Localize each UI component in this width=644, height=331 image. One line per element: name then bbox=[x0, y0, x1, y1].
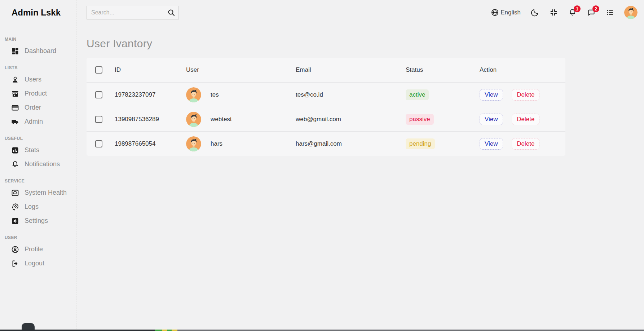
sidebar-item-label: Order bbox=[25, 104, 41, 111]
globe-icon bbox=[490, 8, 499, 17]
row-checkbox[interactable] bbox=[95, 91, 102, 98]
gear-box-icon bbox=[11, 217, 19, 225]
psychology-icon bbox=[11, 203, 19, 211]
status-badge: pending bbox=[406, 138, 435, 149]
row-avatar bbox=[186, 136, 201, 151]
column-header-user: User bbox=[186, 66, 296, 74]
row-username: hars bbox=[211, 140, 222, 147]
sidebar-item-system-health[interactable]: System Health bbox=[0, 186, 76, 200]
bar-chart-icon bbox=[11, 146, 19, 155]
cloud-box-icon bbox=[11, 189, 19, 197]
user-table: ID User Email Status Action 197823237097… bbox=[87, 58, 565, 156]
person-icon bbox=[11, 75, 19, 84]
sidebar-item-label: Dashboard bbox=[25, 47, 56, 55]
notification-count-badge: 1 bbox=[574, 5, 581, 12]
language-label: English bbox=[500, 9, 521, 16]
view-button[interactable]: View bbox=[480, 138, 503, 150]
content-area: User Ivantory ID User Email Status Actio… bbox=[76, 25, 644, 331]
row-username: webtest bbox=[211, 116, 232, 123]
view-button[interactable]: View bbox=[480, 114, 503, 125]
section-header-useful: USEFUL bbox=[5, 136, 76, 141]
row-email: web@gmail.com bbox=[296, 116, 406, 123]
section-header-main: MAIN bbox=[5, 37, 76, 42]
notifications-bell-icon[interactable]: 1 bbox=[568, 8, 577, 17]
status-badge: passive bbox=[406, 114, 434, 125]
sidebar-item-stats[interactable]: Stats bbox=[0, 143, 76, 157]
sidebar-item-notifications[interactable]: Notifications bbox=[0, 157, 76, 171]
topbar: English 1 2 bbox=[76, 0, 644, 25]
bell-icon bbox=[11, 160, 19, 169]
sidebar-item-dashboard[interactable]: Dashboard bbox=[0, 44, 76, 58]
table-row: 197823237097 tes tes@co.id active View D… bbox=[87, 82, 565, 107]
view-button[interactable]: View bbox=[480, 89, 503, 101]
column-header-id: ID bbox=[106, 66, 186, 74]
compress-icon[interactable] bbox=[549, 8, 558, 17]
sidebar-item-admin[interactable]: Admin bbox=[0, 115, 76, 129]
topbar-actions: English 1 2 bbox=[490, 6, 638, 19]
sidebar: Admin Lskk MAIN Dashboard LISTS Users bbox=[0, 0, 76, 331]
user-avatar[interactable] bbox=[624, 6, 638, 19]
row-avatar bbox=[186, 87, 201, 102]
search-icon[interactable] bbox=[167, 8, 176, 17]
section-header-user: USER bbox=[5, 235, 76, 240]
table-header-row: ID User Email Status Action bbox=[87, 58, 565, 82]
message-count-badge: 2 bbox=[592, 5, 599, 12]
sidebar-item-label: Profile bbox=[25, 246, 43, 253]
language-selector[interactable]: English bbox=[490, 8, 521, 17]
column-header-status: Status bbox=[406, 66, 480, 74]
row-username: tes bbox=[211, 91, 219, 98]
sidebar-item-profile[interactable]: Profile bbox=[0, 242, 76, 256]
section-header-service: SERVICE bbox=[5, 178, 76, 184]
table-row: 198987665054 hars hars@gmail.com pending… bbox=[87, 131, 565, 156]
sidebar-item-users[interactable]: Users bbox=[0, 72, 76, 87]
column-header-action: Action bbox=[480, 66, 565, 74]
app-window: Admin Lskk MAIN Dashboard LISTS Users bbox=[0, 0, 644, 331]
delete-button[interactable]: Delete bbox=[512, 114, 539, 125]
row-checkbox[interactable] bbox=[95, 140, 102, 147]
sidebar-item-label: Product bbox=[25, 90, 47, 97]
sidebar-item-label: System Health bbox=[25, 189, 67, 197]
search-box bbox=[87, 6, 179, 19]
page-title: User Ivantory bbox=[87, 37, 644, 50]
logout-icon bbox=[11, 259, 19, 268]
row-checkbox[interactable] bbox=[95, 116, 102, 123]
dashboard-icon bbox=[11, 47, 19, 56]
sidebar-item-label: Admin bbox=[25, 118, 43, 125]
search-input[interactable] bbox=[87, 6, 179, 19]
bottom-window-edge bbox=[0, 330, 644, 331]
sidebar-item-label: Stats bbox=[25, 146, 39, 154]
sidebar-item-label: Notifications bbox=[25, 160, 60, 168]
truck-icon bbox=[11, 118, 19, 126]
sidebar-item-label: Users bbox=[25, 76, 41, 83]
column-header-email: Email bbox=[296, 66, 406, 74]
sidebar-item-label: Logs bbox=[25, 203, 39, 211]
delete-button[interactable]: Delete bbox=[512, 89, 539, 101]
sidebar-item-product[interactable]: Product bbox=[0, 87, 76, 101]
sidebar-item-logout[interactable]: Logout bbox=[0, 256, 76, 270]
sidebar-item-label: Settings bbox=[25, 217, 48, 225]
delete-button[interactable]: Delete bbox=[512, 138, 539, 150]
row-email: hars@gmail.com bbox=[296, 140, 406, 147]
account-circle-icon bbox=[11, 245, 19, 254]
app-logo: Admin Lskk bbox=[0, 0, 76, 25]
storefront-icon bbox=[11, 89, 19, 98]
row-avatar bbox=[186, 112, 201, 127]
credit-card-icon bbox=[11, 103, 19, 112]
select-all-checkbox[interactable] bbox=[95, 66, 102, 74]
sidebar-item-logs[interactable]: Logs bbox=[0, 200, 76, 214]
sidebar-nav: MAIN Dashboard LISTS Users Product bbox=[0, 25, 76, 270]
dark-mode-icon[interactable] bbox=[530, 8, 539, 17]
content-divider-line bbox=[89, 158, 89, 331]
messages-icon[interactable]: 2 bbox=[587, 8, 596, 17]
status-badge: active bbox=[406, 89, 429, 100]
sidebar-item-order[interactable]: Order bbox=[0, 101, 76, 115]
table-row: 1390987536289 webtest web@gmail.com pass… bbox=[87, 107, 565, 131]
list-menu-icon[interactable] bbox=[605, 8, 614, 17]
section-header-lists: LISTS bbox=[5, 65, 76, 70]
sidebar-item-label: Logout bbox=[25, 260, 44, 267]
row-email: tes@co.id bbox=[296, 91, 406, 98]
main-column: English 1 2 bbox=[76, 0, 644, 331]
row-id: 1390987536289 bbox=[106, 116, 186, 123]
row-id: 198987665054 bbox=[106, 140, 186, 147]
sidebar-item-settings[interactable]: Settings bbox=[0, 214, 76, 228]
